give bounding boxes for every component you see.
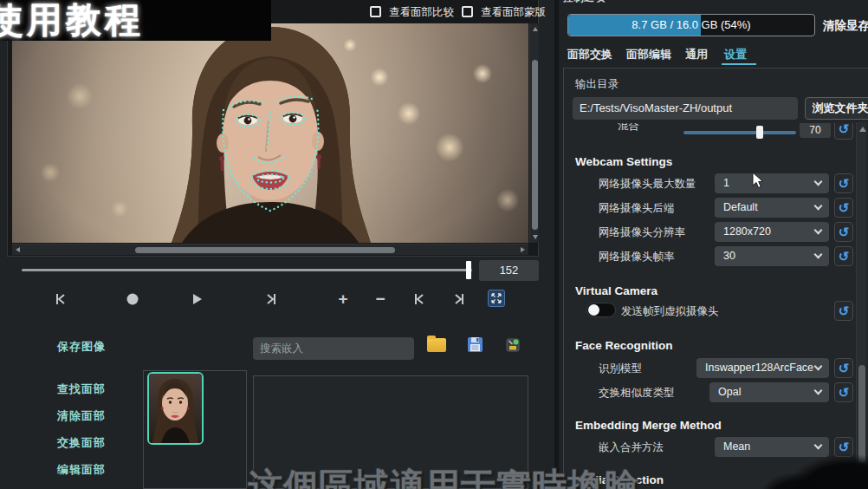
reset-button[interactable]: ↺ [834,222,853,242]
expand-arrows-icon [490,292,502,304]
next-marker-icon [452,292,466,306]
output-dir-label: 输出目录 [575,77,619,92]
scroll-down-arrow-icon[interactable] [533,235,538,239]
view-face-compare-checkbox[interactable] [370,6,381,17]
virtual-camera-toggle[interactable] [586,303,616,317]
export-embedding-icon[interactable] [506,337,521,355]
presenter-silhouette [761,446,868,489]
app-window: 查看面部比较 查看面部蒙版 152 + − 保存图像 查找面部 清 [0,0,868,489]
view-face-compare-label: 查看面部比较 [389,5,454,20]
scroll-left-arrow-icon[interactable] [16,247,20,252]
reset-button[interactable]: ↺ [834,301,853,321]
tab-face-swap[interactable]: 面部交换 [567,47,612,62]
search-embeddings-input[interactable] [253,337,414,360]
video-frame[interactable] [12,23,528,243]
blend-row-clipped: 混合 70 ↺ [564,123,853,142]
clear-faces-button[interactable]: 清除面部 [57,408,106,424]
reset-icon: ↺ [839,303,850,318]
live-swap-button[interactable] [488,290,505,307]
webcam-fps-dropdown[interactable]: 30 [715,246,829,266]
webcam-max-count-label: 网络摄像头最大数量 [599,177,696,192]
zoom-in-button[interactable]: + [332,288,354,310]
view-face-mask-checkbox[interactable] [462,6,473,17]
webcam-max-count-dropdown[interactable]: 1 [715,173,829,193]
embedding-merge-label: 嵌入合并方法 [599,440,664,455]
timeline-slider[interactable] [22,269,472,271]
open-folder-icon[interactable] [427,338,446,352]
record-icon [126,292,139,306]
reset-icon: ↺ [839,225,850,239]
next-marker-button[interactable] [448,288,470,310]
save-image-button[interactable]: 保存图像 [57,339,106,355]
edit-faces-button[interactable]: 编辑面部 [57,462,106,478]
blend-slider[interactable] [683,131,796,134]
clear-vram-button[interactable]: 清除显存 [823,18,868,34]
scroll-up-arrow-icon[interactable] [859,127,866,132]
chevron-down-icon [814,251,823,259]
reset-icon: ↺ [839,123,850,136]
video-vignette [12,23,528,243]
control-options-label: 控制选项 [563,0,667,4]
scrollbar-thumb[interactable] [532,60,538,230]
reset-icon: ↺ [839,200,850,215]
viewer-horizontal-scrollbar[interactable] [12,244,528,255]
subtitle-overlay: 这個區域適用于實時換臉 [248,462,638,489]
vram-usage-bar: 8.7 GB / 16.0 GB (54%) [567,14,815,36]
play-button[interactable] [185,288,208,310]
face-thumbnail-image [149,374,202,443]
webcam-backend-dropdown[interactable]: Default [715,198,829,218]
browse-folder-button[interactable]: 浏览文件夹 [805,97,868,120]
tab-face-editor[interactable]: 面部编辑 [626,47,671,62]
reset-button[interactable]: ↺ [834,123,853,140]
reset-button[interactable]: ↺ [834,382,853,402]
reset-button[interactable]: ↺ [834,358,853,378]
previous-marker-button[interactable] [408,288,431,310]
save-embedding-icon[interactable] [467,336,483,356]
skip-to-start-button[interactable] [49,288,72,310]
chevron-down-icon [814,387,823,395]
reset-button[interactable]: ↺ [834,173,853,193]
chevron-down-icon [814,362,823,371]
panel-splitter[interactable] [554,0,559,489]
reset-button[interactable]: ↺ [834,198,853,218]
webcam-settings-header: Webcam Settings [575,155,672,168]
viewer-vertical-scrollbar[interactable] [529,23,539,243]
tab-common[interactable]: 通用 [685,47,708,62]
scrollbar-thumb[interactable] [135,247,395,253]
recognition-model-label: 识别模型 [599,362,642,376]
reset-icon: ↺ [839,176,850,191]
find-faces-button[interactable]: 查找面部 [57,381,106,397]
blend-slider-handle[interactable] [756,126,763,139]
record-button[interactable] [121,288,144,310]
tab-settings[interactable]: 设置 [724,47,747,62]
blend-value-field[interactable]: 70 [800,123,831,138]
virtual-camera-toggle-label: 发送帧到虚拟摄像头 [621,304,719,319]
reset-icon: ↺ [839,385,850,400]
reset-button[interactable]: ↺ [834,246,853,266]
face-thumbnail[interactable] [147,372,204,445]
embedding-merge-header: Embedding Merge Method [575,419,722,432]
chevron-down-icon [814,178,823,186]
skip-to-end-button[interactable] [260,288,282,310]
settings-scrollbar[interactable] [856,122,866,489]
swap-faces-button[interactable]: 交换面部 [57,435,106,451]
tutorial-title-overlay: 使用教程 [0,0,271,41]
zoom-out-button[interactable]: − [369,288,392,310]
reset-icon: ↺ [839,249,850,264]
toggle-knob [588,304,599,316]
output-dir-field[interactable]: E:/Tests/VisoMaster-ZH/output [573,97,798,120]
skip-start-icon [54,292,68,306]
webcam-resolution-dropdown[interactable]: 1280x720 [715,222,829,242]
play-icon [190,292,204,306]
scroll-right-arrow-icon[interactable] [521,247,525,252]
webcam-resolution-label: 网络摄像头分辨率 [599,225,685,240]
timeline-handle[interactable] [466,261,471,279]
recognition-model-dropdown[interactable]: Inswapper128ArcFace [696,358,829,378]
swap-similarity-dropdown[interactable]: Opal [709,382,829,402]
face-recognition-header: Face Recognition [575,339,673,352]
skip-end-icon [264,292,278,306]
reset-icon: ↺ [839,361,850,375]
scroll-up-arrow-icon[interactable] [533,27,538,31]
chevron-down-icon [814,202,823,211]
frame-number-field[interactable]: 152 [479,260,539,281]
